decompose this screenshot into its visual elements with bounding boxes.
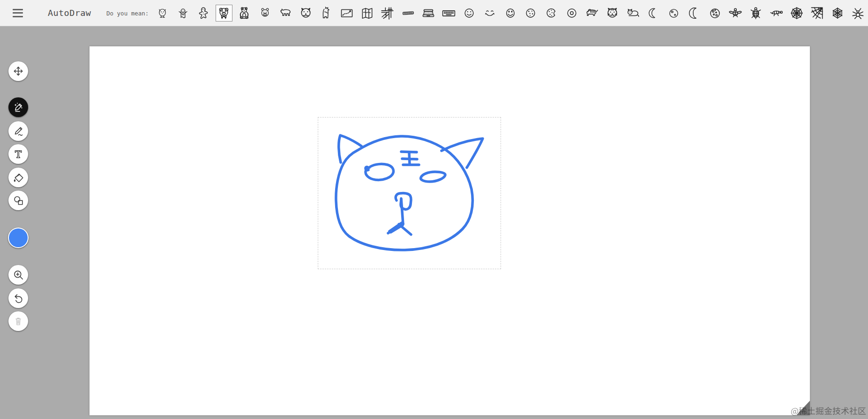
bear-standing-icon — [319, 6, 333, 20]
harmonica-icon — [401, 6, 415, 20]
suggestion-full-moon[interactable] — [704, 0, 725, 26]
suggestion-sea-turtle-diving[interactable] — [725, 0, 746, 26]
suggestion-spiderweb-corner[interactable] — [807, 0, 828, 26]
tool-type-button[interactable] — [8, 144, 28, 164]
smiling-eyes-icon — [483, 6, 497, 20]
bitten-cookie-icon — [544, 6, 558, 20]
suggestion-monster-cub[interactable] — [152, 0, 173, 26]
suggestion-donut[interactable] — [561, 0, 582, 26]
trash-icon — [13, 316, 24, 327]
suggestion-cat-lying[interactable] — [623, 0, 644, 26]
suggestion-laughing-face[interactable] — [500, 0, 521, 26]
donut-icon — [565, 6, 579, 20]
laughing-face-icon — [503, 6, 517, 20]
suggestion-box — [747, 5, 764, 22]
suggestion-box — [829, 5, 846, 22]
treasure-map-icon — [339, 6, 354, 21]
suggestion-folded-map[interactable] — [357, 0, 377, 26]
tool-autodraw-button[interactable] — [8, 97, 28, 117]
tool-palette — [0, 0, 37, 419]
suggestion-box — [543, 5, 560, 22]
move-icon — [13, 66, 24, 77]
suggestion-box — [768, 5, 785, 22]
typewriter-icon — [421, 6, 436, 21]
suggestion-teddy-bear-face[interactable] — [214, 0, 234, 26]
suggestion-gingerbread-man[interactable] — [193, 0, 214, 26]
spiderweb-hex-icon — [830, 6, 845, 21]
suggestion-box — [359, 5, 375, 22]
tool-undo-button[interactable] — [8, 288, 28, 308]
suggestion-box — [645, 5, 662, 22]
suggestion-box — [277, 5, 294, 22]
suggestion-box — [584, 5, 600, 22]
text-icon — [13, 148, 24, 160]
suggestion-box — [686, 5, 703, 22]
tool-zoom-button[interactable] — [8, 265, 28, 285]
suggestion-sea-turtle-top[interactable] — [746, 0, 766, 26]
cookie-icon — [524, 6, 538, 20]
tool-draw-button[interactable] — [8, 121, 28, 141]
suggestion-spider[interactable] — [848, 0, 868, 26]
suggestion-harmonica[interactable] — [398, 0, 419, 26]
suggestion-box — [461, 5, 478, 22]
suggestion-ghost-monster[interactable] — [173, 0, 194, 26]
suggestion-box — [195, 5, 212, 22]
suggestion-spiderweb-round[interactable] — [786, 0, 807, 26]
suggestion-box — [420, 5, 437, 22]
tool-shape-button[interactable] — [8, 191, 28, 210]
suggestion-treasure-map[interactable] — [337, 0, 357, 26]
turtle-swimming-icon — [769, 6, 784, 21]
spiderweb-round-icon — [789, 5, 805, 21]
tiger-walking-icon — [585, 6, 599, 20]
suggestion-tiger-face[interactable] — [602, 0, 623, 26]
suggestion-box — [256, 5, 273, 22]
sea-turtle-diving-icon — [728, 6, 743, 21]
suggestion-bear-standing[interactable] — [316, 0, 337, 26]
zoom-in-icon — [13, 269, 24, 280]
tool-color-button[interactable] — [8, 228, 29, 248]
suggestion-box — [379, 5, 396, 22]
drawing-canvas[interactable] — [90, 46, 810, 415]
suggestion-box — [625, 5, 642, 22]
suggestion-polar-bear-face[interactable] — [254, 0, 275, 26]
suggestion-box — [154, 5, 171, 22]
tool-delete-button[interactable] — [8, 311, 28, 331]
tool-fill-button[interactable] — [8, 168, 28, 187]
suggestion-box — [808, 5, 825, 22]
suggestion-strip — [152, 0, 868, 26]
suggestion-box — [502, 5, 519, 22]
suggestion-crescent-moon[interactable] — [684, 0, 705, 26]
suggestion-cookie[interactable] — [521, 0, 541, 26]
suggestion-box — [297, 5, 314, 22]
suggestion-spiderweb-hex[interactable] — [827, 0, 848, 26]
suggestion-keyboard[interactable] — [439, 0, 459, 26]
suggestion-bear-walking[interactable] — [275, 0, 296, 26]
suggestion-street-map[interactable] — [377, 0, 398, 26]
ghost-monster-icon — [177, 7, 189, 20]
suggestion-teddy-bear-sitting[interactable] — [234, 0, 255, 26]
suggestion-box — [216, 5, 232, 22]
tool-select-button[interactable] — [8, 61, 28, 81]
suggestion-bitten-cookie[interactable] — [541, 0, 561, 26]
top-bar: AutoDraw Do you mean: — [0, 0, 868, 26]
app-title: AutoDraw — [48, 0, 91, 26]
suggestion-box — [727, 5, 744, 22]
suggestion-box — [604, 5, 621, 22]
suggestion-smiley-face[interactable] — [459, 0, 480, 26]
suggestion-tiger-walking[interactable] — [582, 0, 602, 26]
teddy-bear-sitting-icon — [237, 6, 251, 20]
suggestion-crescent-thin[interactable] — [643, 0, 664, 26]
selection-box[interactable] — [318, 117, 501, 269]
suggestion-box — [666, 5, 682, 22]
suggestion-turtle-swimming[interactable] — [766, 0, 786, 26]
suggestion-typewriter[interactable] — [418, 0, 439, 26]
suggestion-moon-with-craters[interactable] — [664, 0, 684, 26]
moon-with-craters-icon — [667, 7, 681, 20]
suggestion-cougar-face[interactable] — [295, 0, 316, 26]
street-map-icon — [380, 6, 395, 21]
paint-bucket-icon — [13, 172, 24, 183]
suggestion-box — [481, 5, 498, 22]
suggestion-box — [850, 5, 867, 22]
suggestion-box — [400, 5, 417, 22]
suggestion-smiling-eyes[interactable] — [479, 0, 500, 26]
